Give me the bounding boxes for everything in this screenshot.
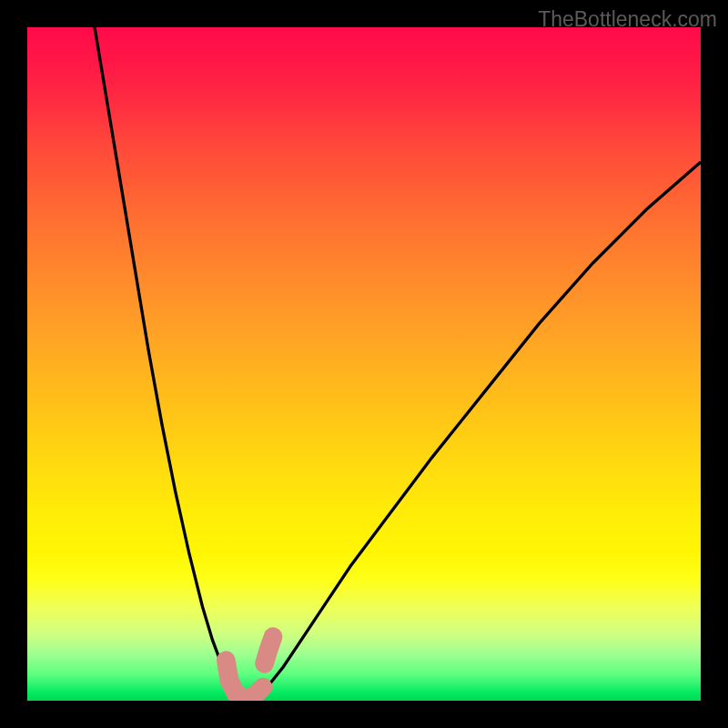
highlight-segment-1: [264, 637, 273, 664]
plot-area: [27, 27, 701, 701]
watermark-text: TheBottleneck.com: [538, 7, 717, 32]
highlight-svg: [27, 27, 701, 701]
